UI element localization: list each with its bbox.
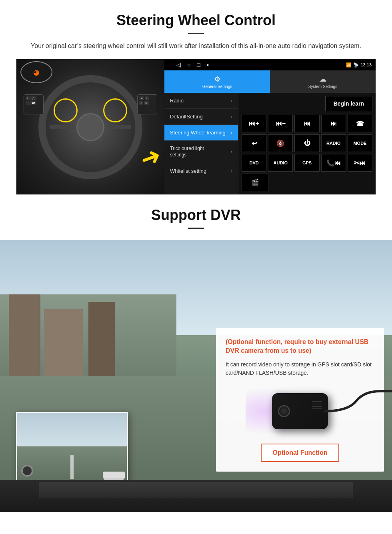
status-icons: 📶 📡 13:13 <box>346 62 372 68</box>
dashboard-strip <box>0 480 392 512</box>
dvr-body-shape <box>272 393 328 429</box>
spoke-right <box>107 125 131 129</box>
menu-list: Radio › DefaultSetting › Steering Wheel … <box>164 93 238 194</box>
building-1 <box>9 294 40 384</box>
ctrl-mode[interactable]: MODE <box>348 134 372 152</box>
tab-general-label: General Settings <box>202 84 232 89</box>
dvr-description: It can record video only to storage in G… <box>226 360 374 377</box>
dvr-cable-svg <box>324 389 392 421</box>
menu-default-label: DefaultSetting <box>170 114 203 120</box>
dvr-thumbnail <box>16 412 128 488</box>
ctrl-mute[interactable]: 🔇 <box>268 134 293 152</box>
android-navbar: ◁ ○ □ ▪ <box>168 59 344 70</box>
arrow-icon: ➜ <box>136 141 164 174</box>
dvr-title-divider <box>188 228 204 229</box>
ctrl-radio[interactable]: RADIO <box>321 134 346 152</box>
dvr-section: Support DVR <box>0 195 392 512</box>
chevron-icon: › <box>231 98 232 104</box>
ctrl-power[interactable]: ⏻ <box>294 134 319 152</box>
dvr-vents <box>312 401 322 409</box>
ctrl-vol-up[interactable]: ⏮+ <box>242 115 266 132</box>
menu-default-setting[interactable]: DefaultSetting › <box>164 109 238 125</box>
left-button-cluster: + 🎵 − ☎ <box>24 94 44 114</box>
ctrl-camera[interactable]: 🎬 <box>242 174 268 191</box>
title-divider <box>188 33 204 34</box>
ctrl-phone-prev[interactable]: 📞⏮ <box>321 154 346 172</box>
highlight-left <box>54 98 78 122</box>
signal-icon: 📶 <box>346 62 352 68</box>
dvr-background: (Optional function, require to buy exter… <box>0 240 392 512</box>
tab-general-settings[interactable]: ⚙ General Settings <box>164 70 270 93</box>
chevron-icon: › <box>231 114 232 120</box>
begin-learn-row: Begin learn <box>242 96 372 111</box>
menu-whitelist[interactable]: Whitelist setting › <box>164 163 238 179</box>
chevron-icon: › <box>231 168 232 174</box>
ctrl-next[interactable]: ⏭ <box>321 115 346 132</box>
recents-button[interactable]: □ <box>197 62 200 68</box>
menu-tricoloured-label: Tricoloured lightsettings <box>170 146 204 158</box>
system-icon: ☁ <box>319 75 326 84</box>
menu-button[interactable]: ▪ <box>207 62 209 68</box>
steering-composite: ◕ + 🎵 − ☎ <box>16 59 376 195</box>
steering-wheel-image: ◕ + 🎵 − ☎ <box>16 59 164 195</box>
settings-gear-icon: ⚙ <box>214 75 220 84</box>
ctrl-dvd[interactable]: DVD <box>242 154 266 172</box>
wheel-circle: + 🎵 − ☎ ⊲ + <box>38 75 142 179</box>
dvr-title-area: Support DVR <box>0 195 392 240</box>
ctrl-cut-next[interactable]: ✂⏭ <box>348 154 372 172</box>
dvr-title: Support DVR <box>16 207 376 224</box>
ctrl-vol-down[interactable]: ⏮− <box>268 115 293 132</box>
page-title: Steering Wheel Control <box>16 12 376 29</box>
dvr-lens <box>278 405 290 417</box>
menu-steering-wheel[interactable]: Steering Wheel learning › <box>164 125 238 141</box>
ctrl-back[interactable]: ↩ <box>242 134 266 152</box>
android-tabs: ⚙ General Settings ☁ System Settings <box>164 70 376 93</box>
control-panel: Begin learn ⏮+ ⏮− ⏮ ⏭ ☎ ↩ 🔇 ⏻ <box>238 93 376 194</box>
optional-function-button[interactable]: Optional Function <box>261 444 340 462</box>
spoke-left <box>50 125 74 129</box>
menu-whitelist-label: Whitelist setting <box>170 168 206 174</box>
wifi-icon: 📡 <box>353 62 359 68</box>
page-subtitle: Your original car’s steering wheel contr… <box>16 41 376 51</box>
dvr-optional-note: (Optional function, require to buy exter… <box>226 338 374 356</box>
control-row-2: ↩ 🔇 ⏻ RADIO MODE <box>242 134 372 152</box>
home-button[interactable]: ○ <box>187 62 190 68</box>
chevron-icon: › <box>231 149 232 155</box>
time-display: 13:13 <box>360 62 372 67</box>
highlight-right <box>103 98 127 122</box>
ctrl-gps[interactable]: GPS <box>294 154 319 172</box>
dvr-scene: (Optional function, require to buy exter… <box>0 240 392 512</box>
back-button[interactable]: ◁ <box>176 62 181 68</box>
control-row-4: 🎬 <box>242 174 372 191</box>
wheel-hub <box>76 113 104 141</box>
right-button-cluster: ⊲ + ○ ⊕ <box>137 94 157 114</box>
control-row-1: ⏮+ ⏮− ⏮ ⏭ ☎ <box>242 115 372 132</box>
road-center-line <box>70 455 74 479</box>
android-content: Radio › DefaultSetting › Steering Wheel … <box>164 93 376 194</box>
steering-section: Steering Wheel Control Your original car… <box>0 0 392 195</box>
menu-radio-label: Radio <box>170 98 184 104</box>
menu-tricoloured[interactable]: Tricoloured lightsettings › <box>164 141 238 163</box>
android-panel: ◁ ○ □ ▪ 📶 📡 13:13 ⚙ General Settings <box>164 59 376 194</box>
dvr-camera-body <box>272 393 328 429</box>
gauge-display: ◕ <box>20 61 52 83</box>
control-row-3: DVD AUDIO GPS 📞⏮ ✂⏭ <box>242 154 372 172</box>
dashboard-panel <box>39 482 353 498</box>
ctrl-prev[interactable]: ⏮ <box>294 115 319 132</box>
tab-system-label: System Settings <box>308 84 337 89</box>
menu-steering-label: Steering Wheel learning <box>170 130 226 136</box>
menu-radio[interactable]: Radio › <box>164 93 238 109</box>
dvr-device-illustration <box>226 385 374 437</box>
steering-photo: ◕ + 🎵 − ☎ <box>16 59 164 195</box>
ctrl-audio[interactable]: AUDIO <box>268 154 293 172</box>
spare-tire <box>21 465 33 477</box>
dvr-info-card: (Optional function, require to buy exter… <box>216 328 384 472</box>
begin-learn-button[interactable]: Begin learn <box>325 96 372 111</box>
android-statusbar: ◁ ○ □ ▪ 📶 📡 13:13 <box>164 59 376 70</box>
tab-system-settings[interactable]: ☁ System Settings <box>270 70 376 93</box>
ctrl-phone[interactable]: ☎ <box>348 115 372 132</box>
chevron-icon: › <box>231 130 232 136</box>
